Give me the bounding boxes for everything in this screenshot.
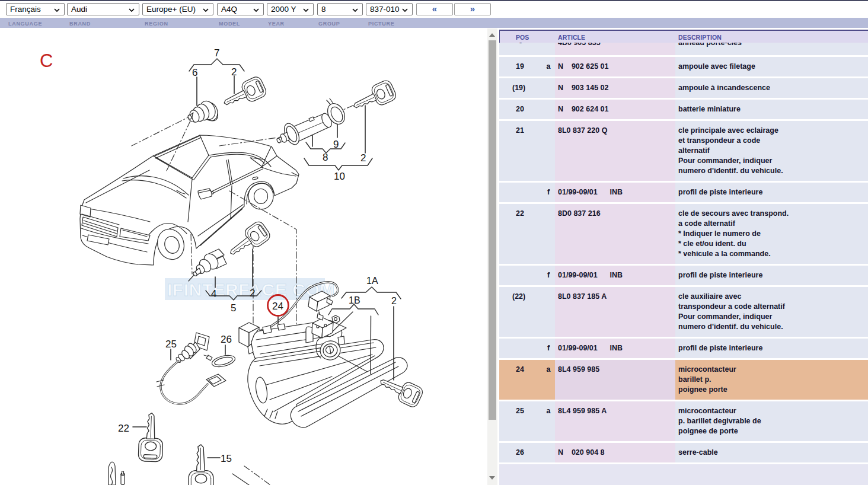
svg-text:1A: 1A — [366, 276, 378, 286]
svg-text:2: 2 — [250, 288, 255, 299]
svg-text:C: C — [40, 50, 53, 71]
svg-text:6: 6 — [192, 67, 197, 78]
svg-text:22: 22 — [118, 423, 129, 434]
svg-text:8: 8 — [323, 152, 328, 163]
svg-text:2: 2 — [231, 66, 237, 78]
svg-text:9: 9 — [333, 139, 339, 150]
svg-text:24: 24 — [272, 301, 283, 312]
svg-text:1B: 1B — [349, 295, 360, 305]
svg-text:7: 7 — [214, 47, 219, 59]
svg-text:5: 5 — [231, 302, 236, 314]
svg-text:25: 25 — [165, 339, 177, 350]
svg-text:10: 10 — [334, 171, 345, 182]
svg-text:15: 15 — [221, 453, 232, 464]
svg-text:2: 2 — [360, 152, 366, 164]
svg-text:2: 2 — [391, 296, 397, 306]
svg-text:4: 4 — [211, 288, 216, 299]
svg-text:26: 26 — [221, 334, 232, 345]
